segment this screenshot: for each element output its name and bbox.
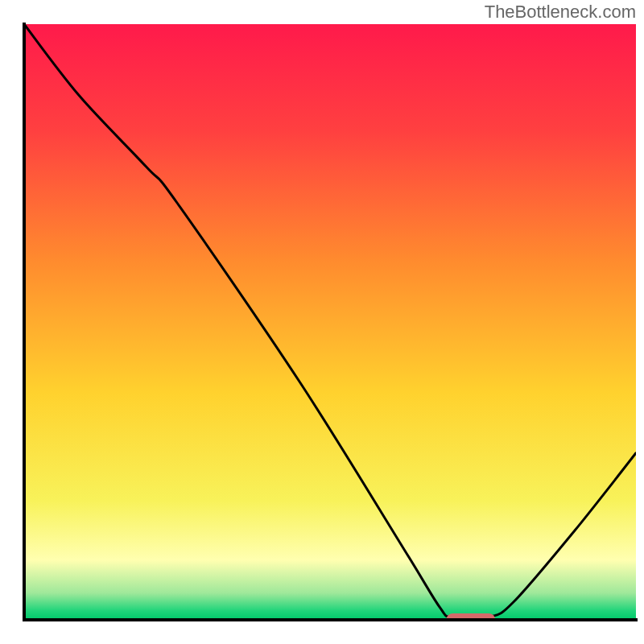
plot-background xyxy=(24,24,636,620)
chart-container: TheBottleneck.com xyxy=(0,0,644,644)
bottleneck-chart xyxy=(0,0,644,644)
watermark-text: TheBottleneck.com xyxy=(485,2,636,23)
